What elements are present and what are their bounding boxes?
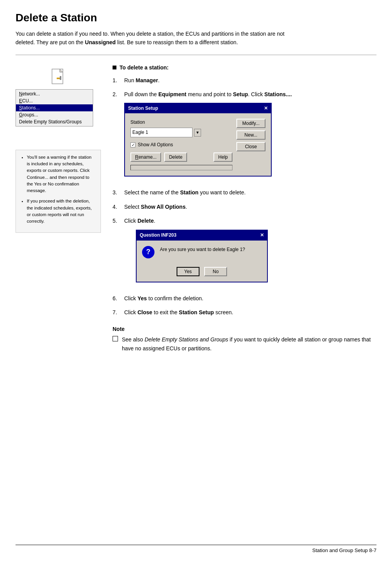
intro-paragraph: You can delete a station if you need to.… xyxy=(16,29,287,47)
step-2-num: 2. xyxy=(113,90,120,183)
step-3-bold: Station xyxy=(180,189,198,196)
step-4-num: 4. xyxy=(113,203,120,211)
station-dropdown-arrow[interactable]: ▼ xyxy=(194,129,201,137)
intro-bold: Unassigned xyxy=(85,39,116,45)
side-note-box: You'll see a warning if the station is i… xyxy=(16,150,101,233)
note-content: See also Delete Empty Stations and Group… xyxy=(113,335,376,353)
rename-button[interactable]: Rename... xyxy=(130,152,161,162)
station-input[interactable]: Eagle 1 xyxy=(130,128,193,137)
step-7-content: Click Close to exit the Station Setup sc… xyxy=(124,308,376,317)
svg-rect-5 xyxy=(60,76,61,80)
progress-bar xyxy=(130,165,232,170)
show-all-options-row: ✓ Show All Options xyxy=(130,141,232,149)
step-4-content: Select Show All Options. xyxy=(124,203,376,211)
step-4-bold: Show All Options xyxy=(141,204,186,210)
step-2: 2. Pull down the Equipment menu and poin… xyxy=(113,90,376,183)
show-all-options-checkbox[interactable]: ✓ xyxy=(130,142,135,147)
footer-text: Station and Group Setup 8-7 xyxy=(312,547,376,553)
step-3-num: 3. xyxy=(113,188,120,197)
new-button[interactable]: New... xyxy=(236,130,265,140)
question-btn-row: Yes No xyxy=(137,264,267,282)
question-icon: ? xyxy=(142,246,154,258)
intro-text-end: list. Be sure to reassign them to a diff… xyxy=(116,39,238,45)
station-setup-left: Station Eagle 1 ▼ ✓ Show All Options xyxy=(130,119,232,171)
question-close-icon[interactable]: ✕ xyxy=(260,232,264,239)
step-6: 6. Click Yes to confirm the deletion. xyxy=(113,294,376,303)
question-body: ? Are you sure you want to delete Eagle … xyxy=(137,241,267,264)
menu-item-delete-empty[interactable]: Delete Empty Stations/Groups xyxy=(16,118,93,125)
step-3-content: Select the name of the Station you want … xyxy=(124,188,376,197)
station-field-label: Station xyxy=(130,119,232,126)
question-title: Question INF203 xyxy=(140,232,177,239)
step-7-num: 7. xyxy=(113,308,120,317)
station-setup-right: Modify... New... Close xyxy=(236,119,265,171)
bullet-square xyxy=(113,66,116,69)
section-heading: To delete a station: xyxy=(113,64,376,71)
show-all-options-label: Show All Options xyxy=(138,141,173,149)
delete-button[interactable]: Delete xyxy=(164,152,187,162)
content-layout: Network... ECU... Stations... Groups... … xyxy=(16,64,376,353)
section-heading-text: To delete a station: xyxy=(120,64,169,71)
question-text: Are you sure you want to delete Eagle 1? xyxy=(160,246,262,253)
side-note-2: If you proceed with the deletion, the in… xyxy=(27,198,96,225)
note-section: Note See also Delete Empty Stations and … xyxy=(113,326,376,353)
step-5-bold: Delete xyxy=(137,218,154,224)
steps-list: 1. Run Manager. 2. Pull down the Equipme… xyxy=(113,76,376,317)
bottom-btn-row: Rename... Delete Help xyxy=(130,152,232,162)
step-2-bold3: Stations.... xyxy=(264,91,292,97)
step-6-num: 6. xyxy=(113,294,120,303)
step-2-bold2: Setup xyxy=(233,91,248,97)
question-dialog: Question INF203 ✕ ? Are you sure you wan… xyxy=(136,230,268,282)
step-5-content: Click Delete. Question INF203 ✕ ? Are yo… xyxy=(124,216,376,289)
step-2-bold1: Equipment xyxy=(158,91,186,97)
station-setup-close-icon[interactable]: ✕ xyxy=(264,105,268,112)
step-1-content: Run Manager. xyxy=(124,76,376,85)
step-1-num: 1. xyxy=(113,76,120,85)
left-panel: Network... ECU... Stations... Groups... … xyxy=(16,64,101,353)
menu-item-stations[interactable]: Stations... xyxy=(16,104,93,111)
step-7-bold1: Close xyxy=(137,309,152,315)
modify-button[interactable]: Modify... xyxy=(236,119,265,128)
menu-item-network[interactable]: Network... xyxy=(16,90,93,97)
step-1: 1. Run Manager. xyxy=(113,76,376,85)
page-footer: Station and Group Setup 8-7 xyxy=(16,545,376,553)
station-setup-titlebar: Station Setup ✕ xyxy=(125,104,271,113)
step-6-content: Click Yes to confirm the deletion. xyxy=(124,294,376,303)
station-setup-body: Station Eagle 1 ▼ ✓ Show All Options xyxy=(125,113,271,176)
help-button[interactable]: Help xyxy=(213,152,232,162)
section-divider xyxy=(16,55,376,55)
file-icon-area xyxy=(16,68,101,85)
equipment-menu[interactable]: Network... ECU... Stations... Groups... … xyxy=(16,89,93,126)
step-4: 4. Select Show All Options. xyxy=(113,203,376,211)
close-button[interactable]: Close xyxy=(236,142,265,151)
question-titlebar: Question INF203 ✕ xyxy=(137,230,267,240)
note-text-pre: See also xyxy=(122,336,144,343)
step-6-bold: Yes xyxy=(137,295,147,301)
step-5-num: 5. xyxy=(113,216,120,289)
step-7-bold2: Station Setup xyxy=(179,309,214,315)
station-setup-title: Station Setup xyxy=(128,105,158,112)
menu-item-ecu[interactable]: ECU... xyxy=(16,97,93,104)
station-setup-dialog: Station Setup ✕ Station Eagle 1 ▼ xyxy=(124,103,272,177)
step-3: 3. Select the name of the Station you wa… xyxy=(113,188,376,197)
file-icon xyxy=(51,68,65,85)
yes-button[interactable]: Yes xyxy=(177,267,200,276)
menu-item-groups[interactable]: Groups... xyxy=(16,111,93,118)
step-2-content: Pull down the Equipment menu and point t… xyxy=(124,90,376,183)
note-heading: Note xyxy=(113,326,376,332)
no-button[interactable]: No xyxy=(204,267,227,276)
step-1-bold: Manager xyxy=(136,77,158,83)
note-text: See also Delete Empty Stations and Group… xyxy=(122,335,376,353)
station-field-row: Eagle 1 ▼ xyxy=(130,128,232,137)
note-text-italic: Delete Empty Stations and Groups xyxy=(144,336,228,343)
page-container: Delete a Station You can delete a statio… xyxy=(0,0,392,376)
step-7: 7. Click Close to exit the Station Setup… xyxy=(113,308,376,317)
note-checkbox xyxy=(113,336,118,341)
step-5: 5. Click Delete. Question INF203 ✕ ? Are xyxy=(113,216,376,289)
side-note-1: You'll see a warning if the station is i… xyxy=(27,154,96,194)
right-panel: To delete a station: 1. Run Manager. 2. … xyxy=(113,64,376,353)
page-title: Delete a Station xyxy=(16,12,376,24)
